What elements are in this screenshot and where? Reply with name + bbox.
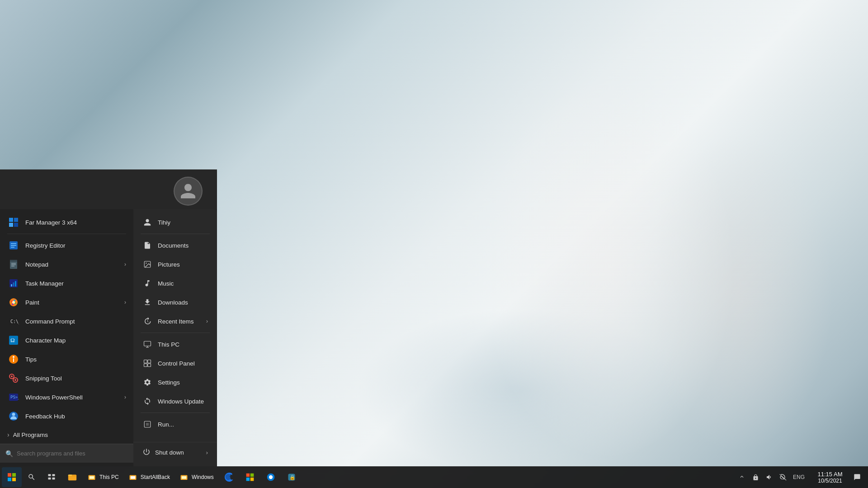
far-manager-icon [7,216,20,229]
task-manager-label: Task Manager [25,280,64,287]
menu-item-notepad[interactable]: Notepad › [0,255,133,274]
menu-item-far-manager[interactable]: Far Manager 3 x64 [0,213,133,232]
svg-rect-3 [14,223,18,227]
right-divider-1 [141,234,210,234]
right-item-recent-items[interactable]: Recent Items › [133,312,217,331]
system-tray: ENG [732,467,810,487]
divider-1 [7,234,126,234]
user-avatar[interactable] [174,177,203,206]
right-item-music[interactable]: Music [133,274,217,293]
svg-point-38 [12,413,15,416]
settings-icon [142,377,152,387]
character-map-icon: Ω [7,334,20,347]
system-clock[interactable]: 11:15 AM 10/5/2021 [812,471,848,484]
svg-rect-44 [144,360,147,363]
svg-rect-49 [48,474,51,476]
tray-network-icon[interactable] [778,472,788,483]
run-label: Run... [158,421,174,428]
search-input[interactable] [17,450,128,457]
svg-rect-1 [14,218,18,222]
svg-text:C:\_: C:\_ [10,319,19,324]
svg-rect-47 [148,364,151,367]
svg-rect-61 [246,474,250,477]
svg-rect-6 [11,245,16,246]
taskbar-file-explorer[interactable] [62,467,82,487]
svg-rect-14 [11,284,12,286]
menu-item-snipping-tool[interactable]: Snipping Tool [0,369,133,388]
powershell-arrow: › [124,394,126,400]
menu-item-command-prompt[interactable]: C:\_ Command Prompt [0,312,133,331]
taskbar-search-button[interactable] [23,467,41,487]
documents-icon [142,240,152,250]
menu-item-character-map[interactable]: Ω Character Map [0,331,133,350]
taskbar-startallback[interactable]: StartAllBack [124,467,175,487]
taskbar-app-1[interactable] [261,467,281,487]
taskbar-windows-folder[interactable]: Windows [175,467,218,487]
paint-label: Paint [25,299,39,306]
menu-item-registry-editor[interactable]: Registry Editor [0,236,133,255]
all-programs-item[interactable]: › All Programs [0,426,133,444]
all-programs-chevron: › [7,431,9,438]
recent-items-label: Recent Items [158,318,194,325]
svg-rect-51 [48,478,51,480]
tray-overflow-button[interactable] [736,474,748,481]
tips-label: Tips [25,356,37,363]
tray-language-button[interactable]: ENG [791,472,807,483]
svg-text:🔒: 🔒 [289,474,296,480]
taskbar-edge[interactable] [219,467,239,487]
documents-label: Documents [158,242,189,249]
menu-item-tips[interactable]: Tips [0,350,133,369]
svg-rect-50 [52,474,55,476]
menu-item-paint[interactable]: Paint › [0,293,133,312]
svg-rect-5 [11,243,16,244]
tray-volume-icon[interactable] [764,472,775,483]
search-bar: 🔍 [0,444,133,463]
right-item-windows-update[interactable]: Windows Update [133,392,217,411]
this-pc-icon [142,339,152,349]
clock-time: 11:15 AM [818,471,843,478]
shutdown-row[interactable]: Shut down › [133,442,217,463]
pictures-label: Pictures [158,261,180,268]
menu-item-task-manager[interactable]: Task Manager [0,274,133,293]
start-button[interactable] [2,467,22,487]
right-item-documents[interactable]: Documents [133,236,217,255]
right-item-settings[interactable]: Settings [133,373,217,392]
notepad-arrow: › [124,261,126,267]
pictures-icon [142,259,152,269]
taskbar-left: This PC StartAllBack Windows 🔒 [0,467,303,487]
svg-rect-58 [130,476,135,479]
right-item-control-panel[interactable]: Control Panel [133,354,217,373]
svg-line-32 [13,378,14,379]
taskbar-microsoft-store[interactable] [240,467,260,487]
right-divider-2 [141,333,210,333]
windows-update-label: Windows Update [158,398,204,405]
menu-item-powershell[interactable]: PS>_ Windows PowerShell › [0,388,133,407]
menu-item-feedback-hub[interactable]: Feedback Hub [0,407,133,426]
right-item-run[interactable]: Run... [133,415,217,434]
powershell-icon: PS>_ [7,391,20,404]
right-item-this-pc[interactable]: This PC [133,335,217,354]
tray-lock-icon[interactable] [750,472,761,483]
taskbar-this-pc[interactable]: This PC [83,467,123,487]
left-panel: Far Manager 3 x64 Registry Editor Notepa… [0,209,133,466]
notification-center-button[interactable] [850,467,864,487]
start-menu-content: Far Manager 3 x64 Registry Editor Notepa… [0,209,217,466]
taskbar-app-2[interactable]: 🔒 [282,467,302,487]
windows-logo-icon [8,473,16,481]
svg-rect-41 [144,341,151,346]
paint-arrow: › [124,299,126,305]
right-item-downloads[interactable]: Downloads [133,293,217,312]
right-item-tihiy[interactable]: Tihiy [133,213,217,232]
command-prompt-label: Command Prompt [25,318,75,325]
registry-editor-icon [7,239,20,252]
clock-date: 10/5/2021 [818,478,842,484]
task-view-button[interactable] [42,467,61,487]
svg-rect-52 [52,478,55,480]
downloads-label: Downloads [158,299,188,306]
svg-text:PS>_: PS>_ [10,395,19,399]
taskbar-startallback-label: StartAllBack [141,474,170,480]
settings-label: Settings [158,379,180,386]
right-item-pictures[interactable]: Pictures [133,255,217,274]
all-programs-label: All Programs [13,432,48,438]
svg-point-22 [12,301,15,304]
